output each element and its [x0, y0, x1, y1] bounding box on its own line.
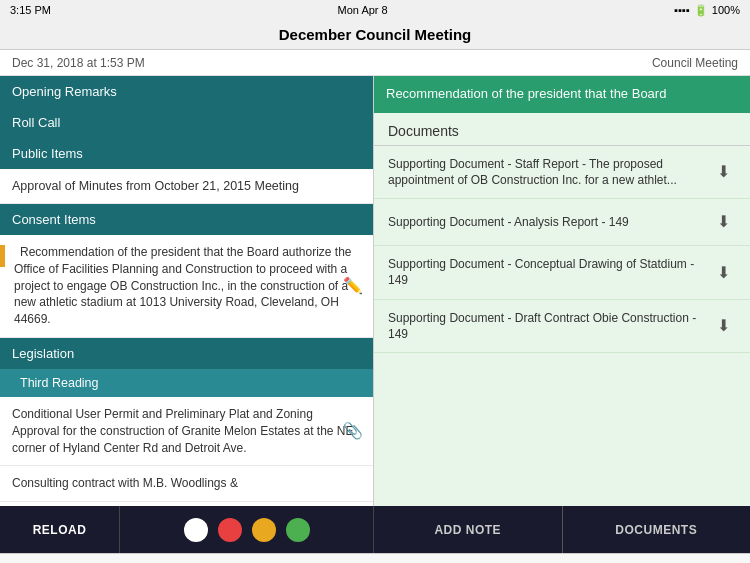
reload-button[interactable]: RELOAD: [0, 506, 120, 553]
subsection-third-reading[interactable]: Third Reading: [0, 369, 373, 397]
dot-green[interactable]: [286, 518, 310, 542]
download-icon-3[interactable]: ⬇: [710, 259, 736, 285]
document-name: Supporting Document - Conceptual Drawing…: [388, 256, 710, 288]
download-icon-2[interactable]: ⬇: [710, 209, 736, 235]
wifi-icon: ▪▪▪▪: [674, 4, 690, 16]
title-bar: December Council Meeting: [0, 20, 750, 50]
documents-button[interactable]: DOCUMENTS: [563, 506, 751, 553]
documents-section: Documents Supporting Document - Staff Re…: [374, 113, 750, 506]
edit-icon: ✏️: [343, 275, 363, 297]
section-label: Legislation: [12, 346, 74, 361]
main-content: Opening Remarks Roll Call Public Items A…: [0, 76, 750, 506]
nav-bar: ←: [0, 553, 750, 563]
status-bar: 3:15 PM Mon Apr 8 ▪▪▪▪ 🔋 100%: [0, 0, 750, 20]
section-legislation[interactable]: Legislation: [0, 338, 373, 369]
battery-icon: 🔋: [694, 4, 708, 17]
section-roll-call[interactable]: Roll Call: [0, 107, 373, 138]
document-name: Supporting Document - Staff Report - The…: [388, 156, 710, 188]
section-public-items[interactable]: Public Items: [0, 138, 373, 169]
dot-white[interactable]: [184, 518, 208, 542]
section-label: Public Items: [12, 146, 83, 161]
document-name: Supporting Document - Analysis Report - …: [388, 214, 710, 230]
document-item-4[interactable]: Supporting Document - Draft Contract Obi…: [374, 300, 750, 353]
item-text: Recommendation of the president that the…: [14, 245, 352, 326]
right-panel-title: Recommendation of the president that the…: [386, 86, 666, 101]
bottom-toolbar: RELOAD ADD NOTE DOCUMENTS: [0, 506, 750, 553]
item-conditional-user-permit[interactable]: Conditional User Permit and Preliminary …: [0, 397, 373, 466]
document-item-1[interactable]: Supporting Document - Staff Report - The…: [374, 146, 750, 199]
document-name: Supporting Document - Draft Contract Obi…: [388, 310, 710, 342]
download-icon-1[interactable]: ⬇: [710, 159, 736, 185]
item-recommendation[interactable]: Recommendation of the president that the…: [0, 235, 373, 338]
right-panel-header: Recommendation of the president that the…: [374, 76, 750, 113]
left-panel[interactable]: Opening Remarks Roll Call Public Items A…: [0, 76, 374, 506]
section-opening-remarks[interactable]: Opening Remarks: [0, 76, 373, 107]
status-right: ▪▪▪▪ 🔋 100%: [674, 4, 740, 17]
dot-red[interactable]: [218, 518, 242, 542]
right-panel: Recommendation of the president that the…: [374, 76, 750, 506]
paperclip-icon: 📎: [343, 420, 363, 442]
meeting-date: Dec 31, 2018 at 1:53 PM: [12, 56, 145, 70]
meeting-type: Council Meeting: [652, 56, 738, 70]
section-label: Consent Items: [12, 212, 96, 227]
item-consulting-contract[interactable]: Consulting contract with M.B. Woodlings …: [0, 466, 373, 502]
document-item-3[interactable]: Supporting Document - Conceptual Drawing…: [374, 246, 750, 299]
subsection-label: Third Reading: [20, 376, 99, 390]
section-label: Roll Call: [12, 115, 60, 130]
section-label: Opening Remarks: [12, 84, 117, 99]
item-approval-minutes[interactable]: Approval of Minutes from October 21, 201…: [0, 169, 373, 204]
dot-yellow[interactable]: [252, 518, 276, 542]
toolbar-right: ADD NOTE DOCUMENTS: [374, 506, 750, 553]
item-text: Conditional User Permit and Preliminary …: [12, 407, 354, 455]
documents-title: Documents: [374, 113, 750, 146]
section-consent-items[interactable]: Consent Items: [0, 204, 373, 235]
battery-percent: 100%: [712, 4, 740, 16]
add-note-button[interactable]: ADD NOTE: [374, 506, 563, 553]
orange-marker: [0, 245, 5, 267]
status-time: 3:15 PM: [10, 4, 51, 16]
dots-area: [120, 518, 373, 542]
toolbar-left: RELOAD: [0, 506, 374, 553]
download-icon-4[interactable]: ⬇: [710, 313, 736, 339]
subtitle-bar: Dec 31, 2018 at 1:53 PM Council Meeting: [0, 50, 750, 76]
status-day: Mon Apr 8: [338, 4, 388, 16]
item-text: Approval of Minutes from October 21, 201…: [12, 179, 299, 193]
document-item-2[interactable]: Supporting Document - Analysis Report - …: [374, 199, 750, 246]
item-text: Consulting contract with M.B. Woodlings …: [12, 476, 238, 490]
page-title: December Council Meeting: [279, 26, 472, 43]
